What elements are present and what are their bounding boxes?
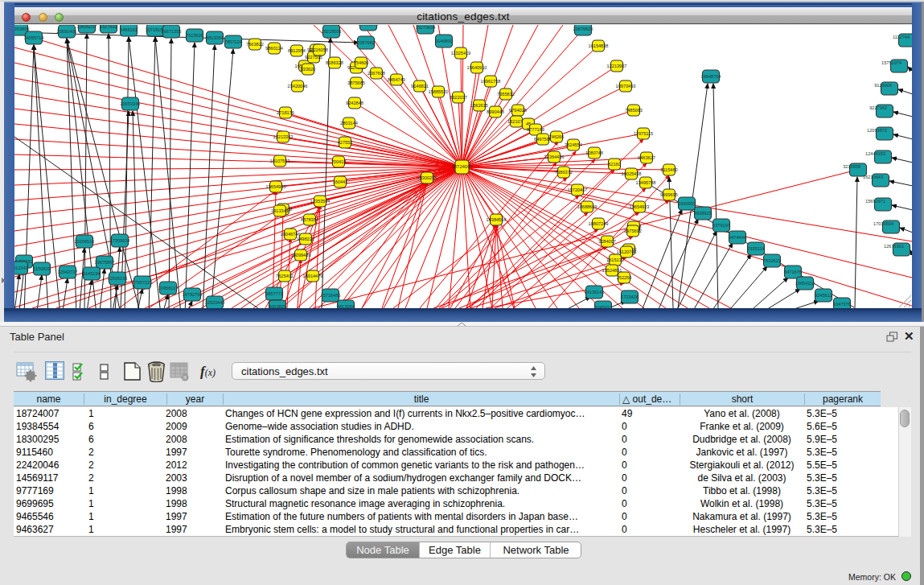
svg-text:252254: 252254 [617, 275, 632, 280]
svg-text:12213967: 12213967 [607, 64, 627, 68]
svg-text:16671355: 16671355 [162, 29, 182, 34]
svg-text:19654955: 19654955 [266, 184, 286, 189]
svg-text:754600: 754600 [354, 60, 369, 65]
svg-text:12093872: 12093872 [867, 128, 887, 133]
svg-text:1145194: 1145194 [83, 271, 100, 276]
svg-text:6379197: 6379197 [713, 223, 730, 228]
svg-text:16648764: 16648764 [701, 74, 721, 79]
svg-text:19218506: 19218506 [322, 29, 342, 34]
svg-text:2718176: 2718176 [277, 110, 294, 115]
svg-text:9242848: 9242848 [346, 101, 363, 105]
svg-text:746266: 746266 [549, 134, 565, 139]
svg-text:9115460: 9115460 [660, 167, 677, 172]
svg-text:9146800: 9146800 [435, 39, 453, 43]
svg-text:12213363: 12213363 [273, 134, 294, 139]
svg-text:10688609: 10688609 [577, 204, 598, 209]
svg-text:8813054: 8813054 [206, 35, 224, 40]
svg-text:833620: 833620 [301, 67, 316, 72]
svg-text:14055714: 14055714 [24, 35, 44, 40]
svg-text:16154838: 16154838 [589, 43, 609, 48]
svg-text:12675301: 12675301 [884, 244, 904, 249]
svg-text:62160: 62160 [608, 162, 621, 167]
svg-text:16120746: 16120746 [617, 249, 637, 254]
svg-text:10973493: 10973493 [616, 84, 636, 89]
svg-text:3875685: 3875685 [347, 80, 365, 85]
svg-text:10107553: 10107553 [270, 159, 290, 163]
svg-text:8813054: 8813054 [337, 304, 355, 308]
svg-text:21364436: 21364436 [544, 154, 565, 159]
svg-text:20876820: 20876820 [573, 27, 593, 31]
svg-text:15640910: 15640910 [467, 65, 487, 70]
svg-text:8938923: 8938923 [694, 211, 712, 216]
svg-text:1156829: 1156829 [33, 266, 50, 271]
svg-text:9129906: 9129906 [874, 83, 892, 88]
svg-text:8912954: 8912954 [288, 48, 306, 53]
svg-text:1615132: 1615132 [606, 257, 624, 262]
svg-text:8454749: 8454749 [388, 77, 405, 82]
svg-text:18724007: 18724007 [451, 164, 473, 169]
svg-text:14136141: 14136141 [585, 290, 605, 295]
svg-text:20053346: 20053346 [121, 101, 141, 106]
svg-text:9146821: 9146821 [411, 84, 429, 89]
svg-text:3084007: 3084007 [598, 239, 616, 244]
svg-text:9463627: 9463627 [638, 155, 655, 160]
svg-text:9245011: 9245011 [594, 305, 611, 308]
svg-text:2935114: 2935114 [747, 246, 764, 251]
svg-text:12923448: 12923448 [205, 300, 225, 305]
svg-text:14099489: 14099489 [291, 253, 311, 257]
svg-text:1080748: 1080748 [585, 150, 603, 155]
svg-text:1975692: 1975692 [624, 229, 642, 233]
svg-text:1733426: 1733426 [621, 295, 639, 299]
svg-text:17359934: 17359934 [110, 238, 130, 243]
svg-text:1047378: 1047378 [833, 302, 851, 307]
svg-text:7632621: 7632621 [763, 258, 781, 263]
svg-text:10655257: 10655257 [77, 25, 97, 29]
svg-text:17016504: 17016504 [873, 221, 893, 226]
svg-text:12505135: 12505135 [108, 276, 128, 281]
svg-text:16961758: 16961758 [481, 79, 501, 84]
svg-text:9699695: 9699695 [660, 192, 678, 197]
svg-text:10654112: 10654112 [795, 281, 815, 286]
svg-text:15692971: 15692971 [865, 199, 885, 204]
svg-text:1562615: 1562615 [470, 103, 488, 108]
svg-text:19975867: 19975867 [95, 260, 115, 265]
svg-text:6794028: 6794028 [509, 108, 527, 113]
svg-text:8186328: 8186328 [326, 60, 343, 65]
svg-text:12353594: 12353594 [310, 199, 331, 204]
svg-text:12444153: 12444153 [865, 151, 885, 156]
svg-text:9227342: 9227342 [869, 105, 887, 110]
svg-text:700418: 700418 [331, 159, 347, 164]
svg-text:15720407: 15720407 [568, 187, 588, 192]
svg-text:20691406: 20691406 [57, 29, 77, 34]
svg-text:17957223: 17957223 [133, 280, 153, 285]
svg-text:9003809: 9003809 [269, 304, 286, 308]
svg-text:19654923: 19654923 [630, 204, 650, 209]
svg-text:3215958: 3215958 [843, 164, 860, 169]
svg-text:12942737: 12942737 [58, 270, 78, 274]
svg-text:16210643: 16210643 [863, 175, 883, 179]
svg-text:9777169: 9777169 [527, 127, 544, 132]
svg-text:15716485: 15716485 [321, 293, 341, 298]
svg-text:2367608: 2367608 [368, 71, 385, 76]
svg-text:3912341: 3912341 [14, 266, 28, 270]
svg-text:9245612: 9245612 [815, 293, 832, 298]
svg-text:9860124: 9860124 [265, 46, 283, 51]
svg-text:1498222: 1498222 [297, 237, 314, 241]
svg-text:16914479: 16914479 [303, 274, 323, 278]
svg-text:7515526: 7515526 [186, 33, 203, 38]
svg-text:8322037: 8322037 [450, 95, 467, 100]
svg-text:15273604: 15273604 [416, 25, 436, 30]
svg-text:13495788: 13495788 [636, 180, 656, 185]
svg-text:10958117: 10958117 [158, 286, 178, 290]
svg-text:15751074: 15751074 [881, 60, 901, 65]
svg-text:10025438: 10025438 [622, 171, 642, 176]
svg-text:18807249: 18807249 [589, 221, 609, 226]
svg-text:7625402: 7625402 [276, 274, 294, 278]
svg-text:427552: 427552 [338, 140, 353, 145]
svg-text:18300295: 18300295 [417, 175, 437, 180]
svg-text:1640953: 1640953 [678, 201, 696, 206]
svg-text:15885520: 15885520 [429, 89, 449, 94]
svg-text:2803144: 2803144 [340, 121, 358, 126]
svg-text:7386372: 7386372 [555, 170, 573, 175]
svg-text:7955812: 7955812 [497, 92, 515, 97]
